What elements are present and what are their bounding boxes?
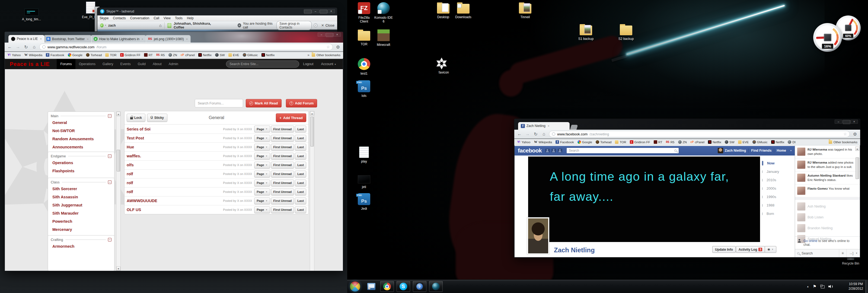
bookmark-item[interactable]: Torhead — [86, 53, 102, 57]
page-dropdown-button[interactable]: Page ▼ — [254, 198, 270, 204]
forum-category-link[interactable]: Sith Sorcerer — [48, 185, 114, 193]
window-minimize-button[interactable]: – — [318, 33, 325, 37]
find-friends-link[interactable]: Find Friends — [751, 149, 771, 152]
forum-category-link[interactable]: Sith Juggernaut — [48, 201, 114, 209]
bookmark-item[interactable]: Netflix — [708, 140, 721, 144]
bookmark-item[interactable]: GMusic — [243, 53, 258, 57]
bookmarks-overflow-chevron[interactable]: » — [308, 53, 310, 57]
forward-icon[interactable]: → — [525, 131, 531, 137]
bookmark-star-icon[interactable]: ☆ — [843, 132, 847, 136]
page-dropdown-button[interactable]: Page ▼ — [254, 206, 270, 213]
mark-all-read-button[interactable]: ✓ Mark All Read — [246, 99, 282, 108]
wrench-icon[interactable]: ⚙ — [852, 131, 858, 137]
chat-settings-gear-icon[interactable]: ✳ — [841, 251, 844, 255]
story-author[interactable]: RJ Wiersema — [807, 161, 827, 164]
timeline-nav-item[interactable]: Born — [762, 209, 795, 218]
skype-minimize-button[interactable]: – — [312, 9, 319, 13]
call-group-avatar[interactable] — [167, 23, 172, 28]
chat-contact[interactable]: Bob Listen — [795, 212, 860, 223]
bookmark-item[interactable]: Gridiron FF — [630, 140, 650, 144]
site-nav-item[interactable]: Gallery — [99, 59, 117, 69]
ticker-story[interactable]: Autumn Nietling Slankard likes Eric Niet… — [795, 172, 860, 184]
last-button[interactable]: Last — [295, 180, 306, 186]
bookmark-item[interactable]: RT — [144, 53, 153, 57]
timeline-nav-item[interactable]: Now — [762, 159, 795, 167]
site-nav-item[interactable]: Events — [117, 59, 134, 69]
go-online-link[interactable]: Go online — [803, 239, 817, 243]
bookmark-item[interactable]: Wikipedia — [24, 53, 42, 57]
bookmark-item[interactable]: Yahoo — [7, 53, 21, 57]
last-button[interactable]: Last — [295, 198, 306, 204]
other-bookmarks-button[interactable]: Other bookmarks — [829, 140, 858, 144]
forum-category-link[interactable]: Powertech — [48, 217, 114, 226]
bookmark-item[interactable]: ZN — [168, 53, 177, 57]
back-icon[interactable]: ← — [517, 131, 522, 137]
thread-title-link[interactable]: waffles. — [127, 154, 141, 158]
cover-photo[interactable]: A long time ago in a galaxy far, far awa… — [528, 156, 760, 242]
info-button[interactable]: i — [314, 23, 317, 27]
skype-status-icon[interactable]: ✓ — [100, 23, 104, 27]
activity-log-button[interactable]: Activity Log 3 — [736, 246, 765, 253]
browser-tab[interactable]: jeti.png (1900×1080) × — [145, 35, 191, 42]
sidebar-scrollbar[interactable]: ▲ ▼ — [116, 112, 121, 271]
browser-tab[interactable]: Bootstrap, from Twitter × — [43, 35, 92, 42]
forum-search-input[interactable] — [195, 99, 243, 108]
profile-settings-button[interactable]: ✳ ▼ — [765, 246, 776, 253]
thread-title-link[interactable]: Hue — [127, 145, 134, 149]
bookmark-item[interactable]: ZN — [678, 140, 687, 144]
skype-menu-item[interactable]: Skype — [99, 16, 108, 20]
site-search-input[interactable] — [226, 60, 299, 67]
window-maximize-button[interactable] — [326, 33, 333, 37]
desktop-icon[interactable]: jeti — [351, 173, 376, 189]
cpu-gauge[interactable]: 16% — [813, 23, 842, 52]
favicon-sith-emblem[interactable] — [436, 58, 447, 69]
bookmark-item[interactable]: Facebook — [46, 53, 64, 57]
taskbar-itunes-icon[interactable] — [413, 281, 426, 292]
first-unread-button[interactable]: First Unread — [271, 162, 294, 169]
skype-maximize-button[interactable] — [319, 9, 327, 13]
chat-contact[interactable]: Ash Nietling — [795, 201, 860, 212]
timeline-nav-item[interactable]: January — [762, 167, 795, 176]
skype-close-button[interactable]: × — [328, 9, 335, 13]
forum-category-link[interactable]: Random Amusements — [48, 135, 114, 143]
tab-close-icon[interactable]: × — [142, 37, 143, 41]
page-dropdown-button[interactable]: Page ▼ — [254, 162, 270, 169]
page-dropdown-button[interactable]: Page ▼ — [254, 144, 270, 151]
bookmark-item[interactable]: SW — [215, 53, 225, 57]
facebook-search-input[interactable]: Search — [566, 148, 679, 153]
action-center-flag-icon[interactable]: ⚑ — [813, 284, 816, 289]
profile-chip[interactable]: Zach Nietling — [718, 148, 746, 153]
scroll-up-arrow[interactable]: ▲ — [116, 112, 120, 116]
story-author[interactable]: Autumn Nietling Slankard — [807, 174, 846, 177]
first-unread-button[interactable]: First Unread — [271, 188, 294, 195]
bookmark-item[interactable]: cPanel — [690, 140, 705, 144]
bookmark-star-icon[interactable]: ☆ — [326, 45, 330, 49]
bookmark-item[interactable]: RT — [654, 140, 662, 144]
skype-username[interactable]: zach — [108, 24, 116, 27]
site-nav-item[interactable]: Guild — [134, 59, 149, 69]
site-logo[interactable]: Peace is a LIE — [10, 61, 50, 67]
tab-close-icon[interactable]: × — [87, 37, 88, 41]
home-icon[interactable]: ⌂ — [541, 131, 547, 137]
timeline-nav-item[interactable]: 1990s — [762, 193, 795, 201]
close-call-x-icon[interactable]: ✕ — [321, 23, 324, 27]
story-author[interactable]: Flavio Gomez — [807, 187, 828, 190]
thread-title-link[interactable]: rolf — [127, 181, 133, 185]
forum-category-link[interactable]: Not-SWTOR — [48, 127, 114, 135]
site-nav-item[interactable]: Admin — [165, 59, 182, 69]
home-icon[interactable]: ⌂ — [159, 23, 162, 28]
forum-category-link[interactable]: General — [48, 119, 114, 127]
browser-tab[interactable]: How to Make Lightsabers in × — [91, 35, 147, 42]
last-button[interactable]: Last — [295, 126, 306, 133]
desktop-icon[interactable]: S2 backup — [614, 24, 639, 41]
desktop-icon[interactable]: lols — [351, 80, 376, 98]
timeline-nav-item[interactable]: 1988 — [762, 201, 795, 209]
lock-button[interactable]: Lock — [127, 114, 145, 122]
back-icon[interactable]: ← — [7, 45, 13, 49]
bookmark-item[interactable]: TOR — [615, 140, 626, 144]
first-unread-button[interactable]: First Unread — [271, 144, 294, 151]
forum-category-link[interactable]: Operations — [48, 159, 114, 167]
last-button[interactable]: Last — [295, 206, 306, 213]
last-button[interactable]: Last — [295, 144, 306, 151]
ticker-story[interactable]: RJ Wiersema was tagged in his own photo. — [795, 145, 860, 158]
